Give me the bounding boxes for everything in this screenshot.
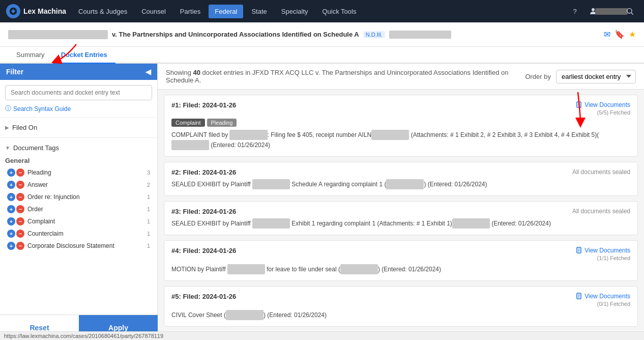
entry-title: #2: Filed: 2024-01-26	[171, 168, 236, 176]
docket-entry: #3: Filed: 2024-01-26 All documents seal…	[164, 201, 638, 235]
view-documents-link[interactable]: View Documents	[576, 101, 630, 108]
tag-count: 1	[147, 194, 150, 200]
filed-on-label: Filed On	[12, 124, 37, 131]
tag-controls: + −	[7, 193, 24, 201]
tag-include-btn[interactable]: +	[7, 168, 15, 177]
filter-tag-item: + − Order re: Injunction 1	[5, 191, 152, 203]
logo-icon	[6, 4, 20, 18]
docket-list: #1: Filed: 2024-01-26 View Documents (5/…	[158, 95, 644, 336]
document-tags-section: ▼ Document Tags General + − Pleading 3 +…	[0, 137, 157, 256]
svg-point-2	[627, 9, 632, 13]
nav-parties[interactable]: Parties	[174, 5, 207, 18]
view-documents-link[interactable]: View Documents	[576, 247, 630, 254]
search-nav-icon[interactable]	[622, 3, 638, 19]
nav-quick-tools[interactable]: Quick Tools	[316, 5, 363, 18]
blurred-content: ████	[340, 264, 378, 274]
email-icon[interactable]: ✉	[604, 30, 610, 39]
tag-badges: ComplaintPleading	[171, 119, 630, 127]
filed-on-chevron: ▶	[5, 125, 9, 130]
sidebar-collapse-btn[interactable]: ◀	[145, 68, 151, 76]
svg-line-3	[631, 13, 633, 15]
tag-exclude-btn[interactable]: −	[16, 168, 24, 177]
entry-title: #1: Filed: 2024-01-26	[171, 101, 236, 109]
tag-name: Corporate Disclosure Statement	[27, 242, 144, 249]
case-number-blurred: ████████	[389, 31, 451, 39]
help-icon[interactable]: ?	[567, 3, 583, 19]
sidebar-search-area	[0, 80, 157, 102]
star-icon[interactable]: ★	[629, 30, 636, 39]
showing-text: Showing 40 docket entries in JFXD TRX AC…	[166, 69, 520, 84]
entry-text: MOTION by Plaintiff ████ for leave to fi…	[171, 264, 630, 274]
search-input[interactable]	[5, 85, 152, 100]
svg-point-1	[592, 8, 595, 11]
filter-label: Filter	[6, 68, 23, 76]
showing-count: 40	[193, 69, 200, 76]
url-bar: https://law.lexmachina.com/cases/2010680…	[0, 331, 644, 336]
tag-exclude-btn[interactable]: −	[16, 181, 24, 189]
entry-header: #2: Filed: 2024-01-26 All documents seal…	[171, 168, 630, 176]
nav-specialty[interactable]: Specialty	[275, 5, 314, 18]
blurred-content: ████	[252, 179, 290, 189]
tag-controls: + −	[7, 181, 24, 189]
tag-include-btn[interactable]: +	[7, 230, 15, 238]
tab-docket-entries[interactable]: Docket Entries	[53, 47, 115, 64]
entry-text: SEALED EXHIBIT by Plaintiff ████ Schedul…	[171, 179, 630, 189]
tag-badge-pleading: Pleading	[207, 119, 237, 127]
docket-entry: #1: Filed: 2024-01-26 View Documents (5/…	[164, 95, 638, 157]
blurred-content: ████	[171, 140, 209, 150]
filter-tag-item: + − Counterclaim 1	[5, 228, 152, 240]
tag-include-btn[interactable]: +	[7, 181, 15, 189]
entry-action: All documents sealed	[572, 168, 630, 176]
entry-action: All documents sealed	[572, 208, 630, 215]
tag-exclude-btn[interactable]: −	[16, 217, 24, 225]
order-by-select[interactable]: earliest docket entrylatest docket entry	[556, 70, 636, 83]
document-icon	[576, 293, 582, 300]
filter-tag-item: + − Complaint 1	[5, 215, 152, 228]
logo-text: Lex Machina	[23, 7, 66, 15]
entry-action: View Documents (1/1) Fetched	[576, 247, 630, 261]
search-syntax-link[interactable]: ⓘ Search Syntax Guide	[0, 102, 157, 117]
tag-exclude-btn[interactable]: −	[16, 242, 24, 250]
tag-count: 3	[147, 169, 150, 176]
nav-courts-judges[interactable]: Courts & Judges	[72, 5, 133, 18]
tag-count: 2	[147, 182, 150, 188]
nav-federal[interactable]: Federal	[209, 5, 243, 18]
tag-include-btn[interactable]: +	[7, 193, 15, 201]
help-circle-icon: ⓘ	[5, 104, 11, 113]
document-tags-header[interactable]: ▼ Document Tags	[5, 142, 152, 154]
tabs-container: Summary Docket Entries	[0, 47, 644, 64]
blurred-content: ████	[452, 218, 490, 229]
entry-title: #5: Filed: 2024-01-26	[171, 293, 236, 300]
case-title: v. The Partnerships and Unincorporated A…	[112, 31, 600, 39]
tag-name: Order	[27, 206, 144, 213]
filter-tag-item: + − Answer 2	[5, 179, 152, 191]
tag-include-btn[interactable]: +	[7, 205, 15, 213]
view-documents-link[interactable]: View Documents	[576, 293, 630, 300]
main-layout: Filter ◀ ⓘ Search Syntax Guide ▶ Filed O…	[0, 64, 644, 336]
tag-include-btn[interactable]: +	[7, 217, 15, 225]
docket-entry: #2: Filed: 2024-01-26 All documents seal…	[164, 162, 638, 196]
bookmark-icon[interactable]: 🔖	[614, 30, 625, 39]
top-nav: Lex Machina Courts & Judges Counsel Part…	[0, 0, 644, 22]
tab-summary[interactable]: Summary	[8, 47, 53, 64]
nav-state[interactable]: State	[245, 5, 273, 18]
tag-exclude-btn[interactable]: −	[16, 230, 24, 238]
blurred-content: ████	[227, 264, 265, 274]
logo[interactable]: Lex Machina	[6, 4, 66, 18]
document-icon	[576, 247, 582, 254]
entry-header: #4: Filed: 2024-01-26 View Documents (1/…	[171, 247, 630, 261]
tag-name: Complaint	[27, 218, 144, 225]
tag-name: Order re: Injunction	[27, 193, 144, 201]
tag-controls: + −	[7, 168, 24, 177]
tag-exclude-btn[interactable]: −	[16, 205, 24, 213]
tag-exclude-btn[interactable]: −	[16, 193, 24, 201]
tag-include-btn[interactable]: +	[7, 242, 15, 250]
blurred-content: ████	[386, 179, 424, 189]
showing-post: docket entries in JFXD TRX ACQ LLC v. Th…	[166, 69, 509, 84]
order-by-label: Order by	[525, 73, 551, 80]
docket-entry: #4: Filed: 2024-01-26 View Documents (1/…	[164, 240, 638, 281]
entry-action: View Documents (0/1) Fetched	[576, 293, 630, 307]
nav-counsel[interactable]: Counsel	[135, 5, 172, 18]
filed-on-header[interactable]: ▶ Filed On	[5, 122, 152, 133]
case-header: ████████████████ v. The Partnerships and…	[0, 22, 644, 47]
